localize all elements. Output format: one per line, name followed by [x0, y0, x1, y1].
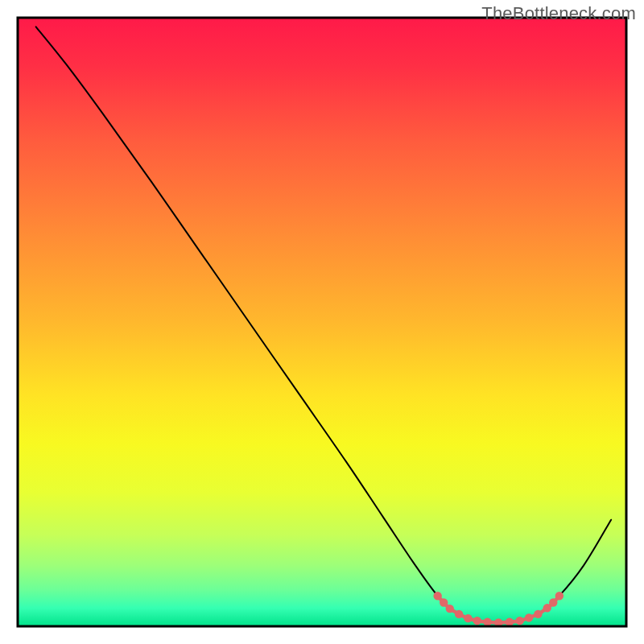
watermark-text: TheBottleneck.com [481, 3, 636, 24]
valley-dot [455, 610, 463, 618]
valley-dot [440, 598, 448, 606]
gradient-background [18, 18, 626, 626]
bottleneck-chart: TheBottleneck.com [0, 0, 644, 644]
valley-dot [433, 592, 441, 600]
valley-dot [464, 614, 472, 622]
valley-dot [473, 617, 481, 625]
valley-dot [549, 598, 557, 606]
valley-dot [555, 592, 564, 600]
valley-dot [446, 605, 454, 613]
valley-dot [483, 618, 491, 626]
chart-svg [0, 0, 644, 644]
valley-dot [525, 613, 533, 621]
valley-dot [506, 618, 514, 626]
valley-dot [534, 610, 542, 618]
valley-dot [516, 617, 524, 625]
